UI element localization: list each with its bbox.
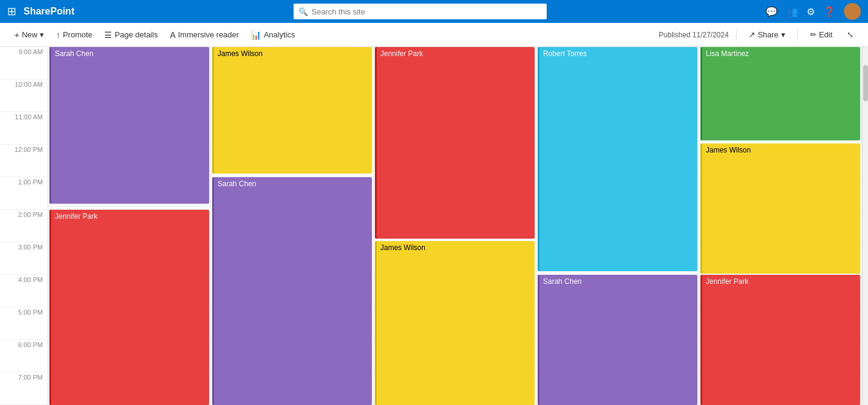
time-slot: 11:00 AM (0, 112, 48, 145)
calendar-event[interactable]: Sarah Chen (49, 47, 209, 204)
calendar-event[interactable]: Jennifer Park (375, 47, 535, 239)
time-slot: 6:00 PM (0, 340, 48, 372)
help-icon[interactable]: ❓ (823, 6, 835, 17)
day-col-1: James WilsonSarah Chen (211, 47, 374, 405)
immersive-reader-label: Immersive reader (178, 30, 239, 39)
search-wrap: 🔍 (294, 4, 547, 19)
time-slot: 4:00 PM (0, 275, 48, 307)
calendar-event[interactable]: James Wilson (212, 47, 372, 174)
calendar-event[interactable]: Sarah Chen (212, 177, 372, 405)
nav-icons: 💬 👥 ⚙ ❓ (766, 3, 861, 20)
calendar-grid[interactable]: Sarah ChenJennifer Park James WilsonSara… (48, 47, 862, 405)
calendar-event[interactable]: Jennifer Park (49, 210, 209, 405)
toolbar: + New ▾ ↑ Promote ☰ Page details A Immer… (0, 23, 868, 47)
share-icon[interactable]: 👥 (786, 6, 798, 17)
edit-label: Edit (819, 30, 832, 39)
share-icon: ↗ (749, 30, 755, 39)
plus-icon: + (14, 30, 19, 40)
page-details-button[interactable]: ☰ Page details (99, 28, 163, 42)
share-chevron: ▾ (781, 30, 785, 39)
collapse-button[interactable]: ⤡ (842, 28, 858, 42)
top-nav: ⊞ SharePoint 🔍 💬 👥 ⚙ ❓ (0, 0, 868, 23)
new-chevron: ▾ (40, 30, 44, 39)
edit-button[interactable]: ✏ Edit (805, 28, 837, 42)
grid-icon[interactable]: ⊞ (7, 5, 16, 18)
day-col-2: Jennifer ParkJames Wilson (374, 47, 536, 405)
search-container: 🔍 (79, 4, 761, 19)
time-slot: 2:00 PM (0, 210, 48, 242)
calendar-event[interactable]: Sarah Chen (538, 275, 697, 405)
calendar-event[interactable]: James Wilson (375, 241, 535, 405)
settings-icon[interactable]: ⚙ (807, 6, 815, 17)
search-icon: 🔍 (298, 7, 308, 16)
time-slot: 7:00 PM (0, 372, 48, 405)
toolbar-left: + New ▾ ↑ Promote ☰ Page details A Immer… (10, 28, 656, 42)
analytics-button[interactable]: 📊 Analytics (246, 28, 300, 42)
calendar-event[interactable]: Lisa Martinez (700, 47, 860, 140)
new-button[interactable]: + New ▾ (10, 28, 49, 42)
promote-button[interactable]: ↑ Promote (51, 28, 97, 42)
new-label: New (22, 30, 37, 39)
scrollbar-track[interactable] (862, 47, 868, 405)
calendar-event[interactable]: James Wilson (700, 143, 860, 274)
day-col-4: Lisa MartinezJames WilsonJennifer Park (699, 47, 862, 405)
analytics-label: Analytics (263, 30, 295, 39)
collapse-icon: ⤡ (847, 30, 854, 39)
promote-icon: ↑ (56, 30, 60, 40)
time-slot: 12:00 PM (0, 145, 48, 177)
divider2 (797, 29, 798, 41)
comment-icon[interactable]: 💬 (766, 6, 778, 17)
reader-icon: A (170, 30, 175, 40)
immersive-reader-button[interactable]: A Immersive reader (165, 28, 244, 42)
details-icon: ☰ (104, 30, 112, 40)
day-col-0: Sarah ChenJennifer Park (48, 47, 211, 405)
time-slot: 3:00 PM (0, 242, 48, 275)
search-input[interactable] (294, 4, 547, 19)
calendar-event[interactable]: Robert Torres (538, 47, 697, 271)
time-slot: 10:00 AM (0, 80, 48, 112)
analytics-icon: 📊 (251, 30, 261, 40)
calendar-event[interactable]: Jennifer Park (700, 275, 860, 405)
time-slot: 9:00 AM (0, 47, 48, 80)
divider (736, 29, 737, 41)
share-label: Share (758, 30, 779, 39)
scrollbar-thumb[interactable] (863, 65, 868, 101)
toolbar-right: Published 11/27/2024 ↗ Share ▾ ✏ Edit ⤡ (659, 28, 858, 42)
sharepoint-logo[interactable]: SharePoint (24, 6, 74, 17)
share-button[interactable]: ↗ Share ▾ (744, 28, 790, 42)
calendar-container: 9:00 AM10:00 AM11:00 AM12:00 PM1:00 PM2:… (0, 47, 868, 405)
page-details-label: Page details (115, 30, 158, 39)
promote-label: Promote (63, 30, 92, 39)
day-col-3: Robert TorresSarah Chen (536, 47, 699, 405)
published-text: Published 11/27/2024 (659, 31, 729, 39)
avatar[interactable] (844, 3, 861, 20)
time-slot: 1:00 PM (0, 177, 48, 210)
edit-icon: ✏ (810, 30, 817, 39)
time-slot: 5:00 PM (0, 307, 48, 340)
time-column: 9:00 AM10:00 AM11:00 AM12:00 PM1:00 PM2:… (0, 47, 48, 405)
